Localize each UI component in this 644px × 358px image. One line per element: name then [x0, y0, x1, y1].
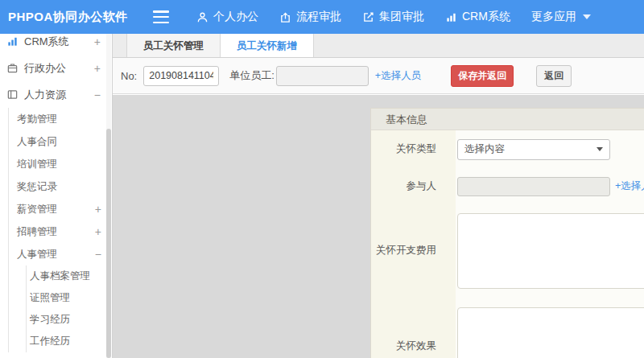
bar-chart-icon [445, 11, 457, 23]
group-approval-icon [362, 11, 374, 23]
sidebar: CRM系统 + 行政办公 + 人力资源 − 考勤管理 人事合同 培 [0, 34, 113, 358]
sidebar-item-label: 考勤管理 [17, 113, 57, 125]
app-title: PHPOA协同办公软件 [0, 10, 153, 25]
tab-employee-care-new[interactable]: 员工关怀新增 [221, 34, 314, 57]
sidebar-item-label: 人事档案管理 [30, 270, 90, 282]
sidebar-item-label: 证照管理 [30, 292, 70, 303]
nav-crm-system[interactable]: CRM系统 [445, 10, 510, 24]
sidebar-item-admin-office[interactable]: 行政办公 + [0, 55, 112, 81]
sidebar-item-label: 人事管理 [17, 249, 57, 260]
sidebar-menu: CRM系统 + 行政办公 + 人力资源 − 考勤管理 人事合同 培 [0, 34, 112, 352]
main-area: 员工关怀管理 员工关怀新增 No: 单位员工: +选择人员 保存并返回 返回 基… [113, 34, 644, 358]
briefcase-icon [6, 62, 24, 74]
personnel-submenu: 人事档案管理 证照管理 学习经历 工作经历 [26, 265, 112, 352]
no-label: No: [121, 70, 137, 82]
sidebar-item-work-history[interactable]: 工作经历 [27, 331, 112, 352]
participants-label: 参与人 [371, 168, 456, 204]
sidebar-item-personnel-files[interactable]: 人事档案管理 [27, 265, 112, 287]
sidebar-item-salary[interactable]: 薪资管理+ [9, 198, 112, 220]
section-title: 基本信息 [371, 109, 644, 130]
nav-label: 集团审批 [379, 10, 424, 24]
expand-toggle[interactable]: + [94, 62, 101, 75]
expense-row: 关怀开支费用 [371, 204, 644, 297]
collapse-toggle[interactable]: − [95, 243, 101, 265]
sidebar-item-label: 人事合同 [17, 136, 57, 147]
sidebar-item-reward-punish[interactable]: 奖惩记录 [9, 175, 112, 198]
expense-textarea[interactable] [457, 213, 644, 289]
effect-row: 关怀效果 [371, 297, 644, 358]
unit-employee-label: 单位员工: [229, 68, 275, 83]
sidebar-item-certificates[interactable]: 证照管理 [27, 287, 112, 309]
nav-more-apps[interactable]: 更多应用 [531, 10, 591, 24]
content-area: 基本信息 关怀类型 选择内容 参与人 +选择人员 关怀开支费用 [113, 95, 644, 358]
hamburger-menu-icon[interactable] [153, 10, 169, 23]
bar-chart-icon [6, 35, 24, 47]
nav-label: 个人办公 [213, 10, 258, 24]
caret-down-icon [583, 14, 591, 19]
tab-bar: 员工关怀管理 员工关怀新增 [113, 34, 644, 58]
participants-row: 参与人 +选择人员 [371, 168, 644, 204]
toolbar: No: 单位员工: +选择人员 保存并返回 返回 [113, 58, 644, 94]
collapse-toggle[interactable]: − [94, 88, 101, 101]
sidebar-item-attendance[interactable]: 考勤管理 [9, 108, 112, 130]
sidebar-item-label: 学习经历 [30, 314, 70, 325]
sidebar-item-recruit[interactable]: 招聘管理+ [9, 220, 112, 243]
nav-label: CRM系统 [462, 10, 510, 24]
no-input[interactable] [143, 66, 219, 86]
sidebar-item-label: 奖惩记录 [17, 181, 57, 192]
nav-label: 流程审批 [296, 10, 341, 24]
tab-employee-care-manage[interactable]: 员工关怀管理 [126, 34, 221, 57]
scrollbar-thumb[interactable] [106, 129, 111, 358]
expense-label: 关怀开支费用 [371, 204, 456, 297]
sidebar-item-label: 培训管理 [17, 158, 57, 170]
sidebar-item-personnel[interactable]: 人事管理− [9, 243, 112, 265]
flow-approval-icon [279, 11, 291, 23]
sidebar-item-crm[interactable]: CRM系统 + [0, 34, 112, 55]
sidebar-item-hr-contract[interactable]: 人事合同 [9, 130, 112, 153]
expand-toggle[interactable]: + [95, 198, 101, 220]
save-and-return-button[interactable]: 保存并返回 [451, 65, 514, 87]
sidebar-item-label: 招聘管理 [17, 226, 57, 237]
sidebar-scrollbar[interactable] [106, 34, 111, 358]
sidebar-item-training[interactable]: 培训管理 [9, 153, 112, 175]
expand-toggle[interactable]: + [94, 35, 101, 48]
book-icon [6, 88, 24, 101]
effect-textarea[interactable] [457, 307, 644, 358]
top-bar: PHPOA协同办公软件 个人办公 流程审批 集团审批 CRM系统 [0, 0, 644, 34]
top-nav: 个人办公 流程审批 集团审批 CRM系统 更多应用 [196, 10, 612, 24]
sidebar-item-study-history[interactable]: 学习经历 [27, 309, 112, 331]
select-people-link[interactable]: +选择人员 [375, 69, 421, 83]
nav-label: 更多应用 [531, 10, 576, 24]
sidebar-item-hr[interactable]: 人力资源 − [0, 81, 112, 108]
nav-flow-approval[interactable]: 流程审批 [279, 10, 341, 24]
sidebar-item-label: 薪资管理 [17, 204, 57, 215]
sidebar-item-label: 工作经历 [30, 335, 70, 347]
select-value: 选择内容 [464, 142, 505, 156]
hr-submenu: 考勤管理 人事合同 培训管理 奖惩记录 薪资管理+ 招聘管理+ 人事管理− 人事… [8, 108, 112, 352]
participants-select-link[interactable]: +选择人员 [615, 179, 644, 193]
effect-label: 关怀效果 [371, 297, 456, 358]
sidebar-item-label: CRM系统 [24, 35, 69, 49]
care-type-row: 关怀类型 选择内容 [371, 130, 644, 168]
participants-input[interactable] [457, 177, 610, 196]
care-type-label: 关怀类型 [371, 130, 456, 168]
sidebar-item-label: 人力资源 [24, 88, 66, 102]
user-icon [196, 11, 208, 23]
care-type-select[interactable]: 选择内容 [457, 139, 610, 160]
basic-info-panel: 基本信息 关怀类型 选择内容 参与人 +选择人员 关怀开支费用 [370, 108, 644, 358]
sidebar-item-label: 行政办公 [24, 61, 66, 76]
caret-down-icon [597, 147, 603, 151]
nav-group-approval[interactable]: 集团审批 [362, 10, 424, 24]
return-button[interactable]: 返回 [536, 65, 572, 87]
nav-personal-office[interactable]: 个人办公 [196, 10, 258, 24]
expand-toggle[interactable]: + [95, 220, 101, 243]
unit-employee-input[interactable] [276, 66, 369, 86]
